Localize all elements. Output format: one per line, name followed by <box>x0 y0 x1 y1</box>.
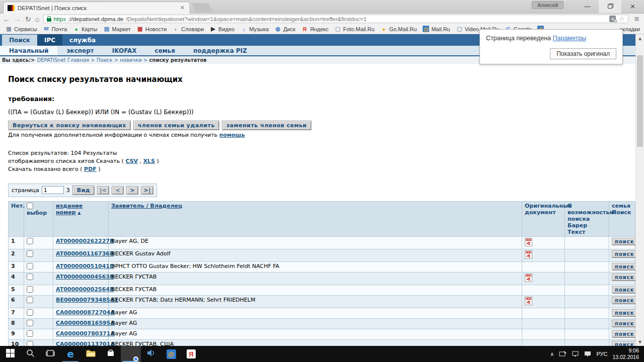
store-taskbar-button[interactable] <box>101 346 121 362</box>
row-select-checkbox[interactable] <box>27 250 33 257</box>
publication-number-link[interactable]: CA000000780371A <box>56 330 115 337</box>
yandex-browser-taskbar-button[interactable]: Я <box>181 346 201 362</box>
start-taskbar-button[interactable] <box>0 346 20 362</box>
back-icon[interactable]: ← <box>3 16 10 23</box>
bookmark-item[interactable]: ▦Сервисы <box>3 25 40 33</box>
mailru-agent-taskbar-button[interactable]: @ <box>161 346 181 362</box>
bookmark-item[interactable]: ●Go.Mail.Ru <box>378 25 419 33</box>
publication-number-link[interactable]: AT000000051041B <box>56 263 114 269</box>
next-page-button[interactable]: > <box>126 186 138 195</box>
action-button[interactable]: Вернуться к поиску начинающих <box>8 121 131 130</box>
pdf-icon[interactable] <box>525 274 532 282</box>
pdf-icon[interactable] <box>525 250 532 259</box>
page-scrollbar[interactable]: ▲ ▼ <box>635 34 644 346</box>
tray-chevron-icon[interactable]: ∧ <box>550 351 554 357</box>
browser-tab[interactable]: DEPATISnet | Поиск списк ✕ <box>3 2 190 14</box>
prev-page-button[interactable]: < <box>112 186 124 195</box>
page-number-input[interactable] <box>42 186 64 194</box>
xls-link[interactable]: XLS <box>143 158 155 164</box>
bookmark-item[interactable]: ЯЯндекс <box>299 25 331 33</box>
applicant-sort-link[interactable]: Заявитель / Владелец <box>111 203 182 209</box>
edge-taskbar-button[interactable]: e <box>60 346 80 362</box>
media-player-taskbar-button[interactable] <box>141 346 161 362</box>
translate-icon[interactable]: a <box>609 16 616 22</box>
bookmark-item[interactable]: ▤Маркет <box>101 25 133 33</box>
main-tab-поиск[interactable]: Поиск <box>2 35 37 46</box>
bookmark-item[interactable]: ▦Новости <box>134 25 170 33</box>
sub-tab-начальный[interactable]: Начальный <box>0 46 57 55</box>
chrome-taskbar-button[interactable] <box>121 346 141 362</box>
pen-tablet-icon[interactable] <box>559 351 567 357</box>
family-search-button[interactable]: поиск <box>612 238 637 245</box>
publication-number-link[interactable]: AT000000116736B <box>56 250 114 257</box>
new-tab-button[interactable] <box>191 3 212 12</box>
action-button[interactable]: членов семьи удалить <box>133 121 219 130</box>
bookmark-item[interactable]: ♪Музыка <box>238 25 271 33</box>
bookmark-item[interactable]: ◍Диск <box>272 25 298 33</box>
bookmark-item[interactable]: ✉Почта <box>41 25 70 33</box>
family-search-button[interactable]: поиск <box>612 341 637 346</box>
menu-icon[interactable]: ≡ <box>632 15 641 24</box>
scroll-up-icon[interactable]: ▲ <box>636 34 644 42</box>
family-search-button[interactable]: поиск <box>612 297 637 304</box>
scroll-down-icon[interactable]: ▼ <box>636 338 644 346</box>
language-indicator[interactable]: РУС <box>596 351 607 357</box>
row-select-checkbox[interactable] <box>27 330 33 337</box>
family-search-button[interactable]: поиск <box>612 263 637 270</box>
network-icon[interactable] <box>572 351 579 357</box>
select-all-checkbox[interactable] <box>27 203 33 209</box>
publication-number-link[interactable]: AT000000002564B <box>56 286 114 293</box>
row-select-checkbox[interactable] <box>27 238 33 244</box>
profile-badge[interactable]: Алексей <box>532 1 564 9</box>
task-view-taskbar-button[interactable] <box>40 346 60 362</box>
publication-number-link[interactable]: CA000000113701A <box>56 341 115 346</box>
bookmark-item[interactable]: ●Карты <box>70 25 100 33</box>
publication-number-link[interactable]: AT000000004563B <box>56 274 114 280</box>
view-button[interactable]: Вид <box>72 186 95 195</box>
family-search-button[interactable]: поиск <box>612 274 637 281</box>
restore-button[interactable] <box>599 0 621 13</box>
main-tab-служба[interactable]: служба <box>62 34 103 46</box>
row-select-checkbox[interactable] <box>27 263 33 269</box>
last-page-button[interactable]: >| <box>141 186 153 195</box>
help-link[interactable]: помощь <box>219 132 245 138</box>
action-button[interactable]: заменить членов семьи <box>222 121 311 130</box>
search-taskbar-button[interactable] <box>20 346 40 362</box>
row-select-checkbox[interactable] <box>27 274 33 280</box>
row-select-checkbox[interactable] <box>27 297 33 303</box>
row-select-checkbox[interactable] <box>27 341 33 346</box>
clock[interactable]: 9:06 13.02.2016 <box>612 347 639 360</box>
sub-tab-эксперт[interactable]: эксперт <box>57 46 103 55</box>
family-search-button[interactable]: поиск <box>612 309 637 317</box>
bookmark-item[interactable]: @Mail.Ru <box>420 25 452 33</box>
minimize-button[interactable]: — <box>576 0 599 13</box>
family-search-button[interactable]: поиск <box>612 320 637 327</box>
pdf-icon[interactable] <box>525 297 532 305</box>
publication-number-link[interactable]: CA000000816595A <box>56 320 115 326</box>
home-icon[interactable]: ⌂ <box>35 16 39 23</box>
forward-icon[interactable]: → <box>14 16 21 23</box>
translate-options-link[interactable]: Параметры <box>553 35 587 42</box>
row-select-checkbox[interactable] <box>27 320 33 326</box>
csv-link[interactable]: CSV <box>125 158 138 164</box>
publication-number-link[interactable]: CA000000872704A <box>56 309 115 316</box>
breadcrumb-item[interactable]: DEPATISnet Главная <box>37 57 89 63</box>
tab-close-icon[interactable]: ✕ <box>179 5 186 11</box>
pdf-icon[interactable] <box>525 238 532 246</box>
family-search-button[interactable]: поиск <box>612 330 637 338</box>
file-explorer-taskbar-button[interactable] <box>80 346 101 362</box>
close-button[interactable]: ✕ <box>621 0 644 13</box>
family-search-button[interactable]: поиск <box>612 250 637 258</box>
reload-icon[interactable]: ↻ <box>25 16 31 23</box>
sub-tab-семья[interactable]: семья <box>146 46 184 55</box>
bookmark-item[interactable]: ▢Foto.Mail.Ru <box>332 25 377 33</box>
main-tab-ipc[interactable]: IPC <box>37 34 62 46</box>
publication-number-link[interactable]: BE000000793485A1 <box>56 297 118 303</box>
publication-number-link[interactable]: AT000000262227B <box>56 238 114 244</box>
bookmark-item[interactable]: ◐Словари <box>170 25 206 33</box>
bookmark-star-icon[interactable]: ☆ <box>619 15 625 23</box>
pdf-link[interactable]: PDF <box>84 166 97 172</box>
sub-tab-ikofax[interactable]: IKOFAX <box>103 46 146 55</box>
scrollbar-thumb[interactable] <box>637 55 643 147</box>
bookmark-item[interactable]: ▶Видео <box>207 25 237 33</box>
